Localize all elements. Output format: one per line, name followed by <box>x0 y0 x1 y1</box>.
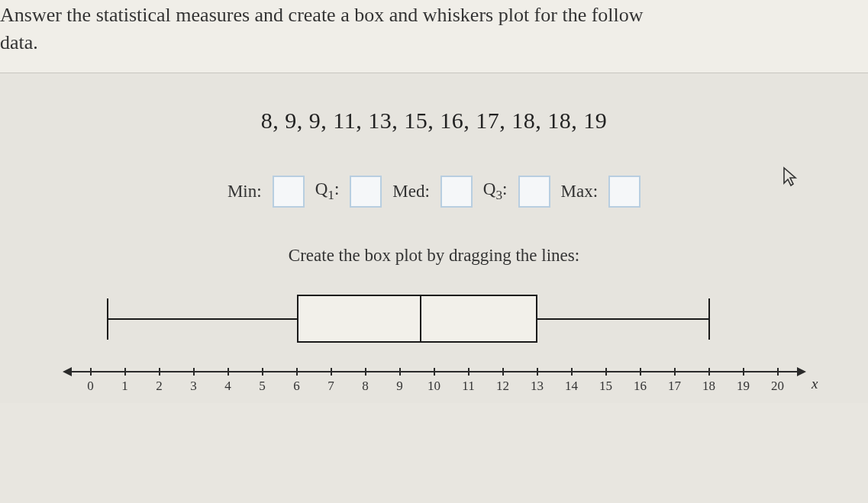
tick-label: 17 <box>668 379 681 394</box>
max-input[interactable] <box>608 176 641 208</box>
whisker-right[interactable] <box>537 318 709 320</box>
boxplot-chart[interactable] <box>91 285 778 353</box>
tick <box>640 368 641 376</box>
iqr-box[interactable] <box>297 295 537 343</box>
measures-row: Min: Q1: Med: Q3: Max: <box>0 176 868 208</box>
instruction-line1: Answer the statistical measures and crea… <box>0 4 644 26</box>
tick <box>708 368 710 376</box>
drag-instruction: Create the box plot by dragging the line… <box>0 246 868 266</box>
tick-label: 4 <box>224 379 231 394</box>
max-handle[interactable] <box>708 298 710 340</box>
tick-label: 8 <box>362 379 369 394</box>
tick-label: 10 <box>428 379 440 394</box>
tick <box>331 368 332 376</box>
tick <box>90 368 92 376</box>
median-handle[interactable] <box>420 295 421 343</box>
tick <box>227 368 229 376</box>
tick <box>365 368 366 376</box>
tick-label: 3 <box>190 379 197 394</box>
number-line-axis: x 01234567891011121314151617181920 <box>64 365 805 403</box>
axis-arrow-left-icon <box>63 367 72 376</box>
instruction-line2: data. <box>0 31 38 53</box>
tick <box>743 368 744 376</box>
max-label: Max: <box>561 182 599 202</box>
tick-label: 2 <box>156 379 163 394</box>
data-values: 8, 9, 9, 11, 13, 15, 16, 17, 18, 18, 19 <box>0 108 868 134</box>
cursor-icon <box>782 166 799 192</box>
tick <box>434 368 435 376</box>
tick <box>571 368 573 376</box>
tick-label: 16 <box>634 379 647 394</box>
q3-label: Q3: <box>483 179 508 203</box>
tick-label: 9 <box>396 379 403 394</box>
tick <box>262 368 263 376</box>
whisker-left[interactable] <box>108 318 297 320</box>
tick <box>399 368 401 376</box>
tick <box>502 368 504 376</box>
tick <box>605 368 607 376</box>
q3-input[interactable] <box>518 176 550 208</box>
tick-label: 7 <box>328 379 334 394</box>
tick-label: 12 <box>496 379 509 394</box>
med-input[interactable] <box>440 176 473 208</box>
tick <box>777 368 779 376</box>
tick-label: 20 <box>771 379 784 394</box>
tick-label: 1 <box>121 379 128 394</box>
tick-label: 11 <box>462 379 474 394</box>
tick-label: 6 <box>293 379 300 394</box>
tick <box>159 368 160 376</box>
axis-arrow-right-icon <box>797 367 806 376</box>
tick-label: 5 <box>259 379 266 394</box>
tick-label: 18 <box>702 379 715 394</box>
q1-input[interactable] <box>350 176 382 208</box>
min-label: Min: <box>227 182 262 202</box>
axis-x-label: x <box>812 376 818 392</box>
med-label: Med: <box>392 182 430 202</box>
tick <box>468 368 469 376</box>
tick-label: 14 <box>565 379 578 394</box>
instruction-text: Answer the statistical measures and crea… <box>0 0 868 57</box>
min-input[interactable] <box>273 176 305 208</box>
tick <box>193 368 195 376</box>
tick <box>296 368 298 376</box>
tick-label: 13 <box>531 379 544 394</box>
tick <box>124 368 126 376</box>
tick <box>674 368 676 376</box>
tick-label: 15 <box>599 379 612 394</box>
tick-label: 0 <box>87 379 94 394</box>
tick-label: 19 <box>737 379 750 394</box>
q1-label: Q1: <box>315 179 340 203</box>
tick <box>537 368 538 376</box>
min-handle[interactable] <box>107 298 108 340</box>
